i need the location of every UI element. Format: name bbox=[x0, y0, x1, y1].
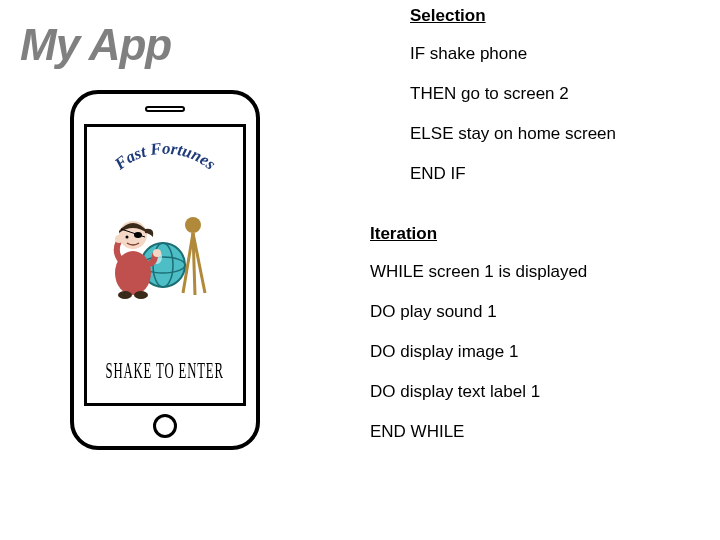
iteration-do1-line: DO play sound 1 bbox=[370, 302, 700, 322]
iteration-block: Iteration WHILE screen 1 is displayed DO… bbox=[370, 224, 700, 442]
svg-point-15 bbox=[126, 236, 129, 239]
iteration-heading: Iteration bbox=[370, 224, 700, 244]
pirate-fortune-illustration-icon bbox=[105, 193, 225, 303]
shake-to-enter-label: SHAKE TO ENTER bbox=[106, 357, 224, 384]
right-column: Selection IF shake phone THEN go to scre… bbox=[390, 6, 700, 462]
phone-outline-icon: Fast Fortunes bbox=[70, 90, 260, 450]
selection-if-line: IF shake phone bbox=[410, 44, 700, 64]
left-column: My App Fast Fortunes bbox=[20, 20, 340, 450]
phone-home-button-icon bbox=[153, 414, 177, 438]
iteration-do2-line: DO display image 1 bbox=[370, 342, 700, 362]
svg-text:Fast Fortunes: Fast Fortunes bbox=[110, 141, 219, 174]
svg-point-4 bbox=[185, 217, 201, 233]
phone-speaker-icon bbox=[145, 106, 185, 112]
selection-block: Selection IF shake phone THEN go to scre… bbox=[410, 6, 700, 184]
selection-then-line: THEN go to screen 2 bbox=[410, 84, 700, 104]
svg-point-11 bbox=[153, 249, 161, 257]
selection-endif-line: END IF bbox=[410, 164, 700, 184]
iteration-while-line: WHILE screen 1 is displayed bbox=[370, 262, 700, 282]
selection-else-line: ELSE stay on home screen bbox=[410, 124, 700, 144]
svg-line-3 bbox=[193, 233, 195, 295]
iteration-endwhile-line: END WHILE bbox=[370, 422, 700, 442]
svg-point-16 bbox=[118, 291, 132, 299]
app-title: My App bbox=[20, 20, 340, 70]
phone-screen: Fast Fortunes bbox=[84, 124, 246, 406]
selection-heading: Selection bbox=[410, 6, 700, 26]
iteration-do3-line: DO display text label 1 bbox=[370, 382, 700, 402]
svg-point-17 bbox=[134, 291, 148, 299]
arc-text-content: Fast Fortunes bbox=[110, 141, 219, 174]
fast-fortunes-arc-text: Fast Fortunes bbox=[90, 141, 240, 191]
